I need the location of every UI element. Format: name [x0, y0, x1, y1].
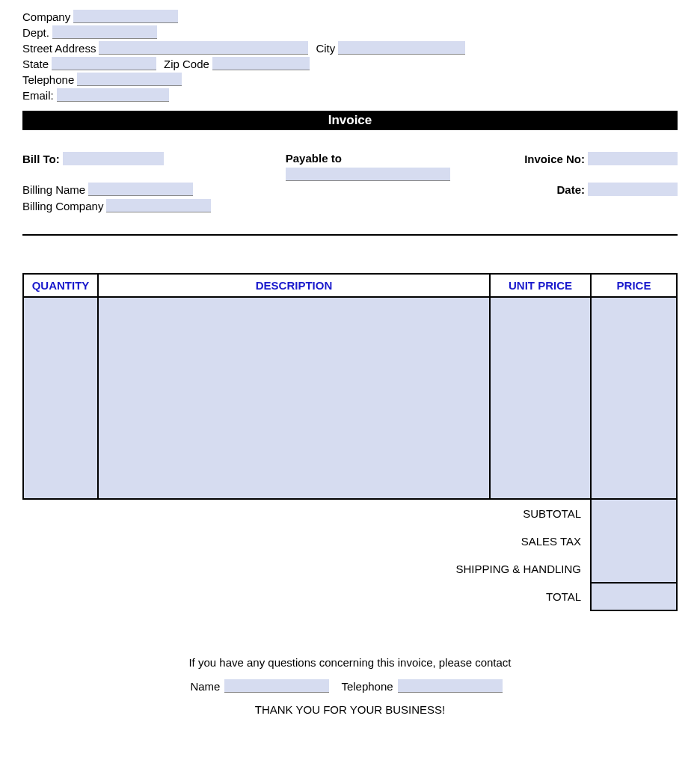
bill-to-field[interactable] — [63, 152, 164, 165]
cell-quantity[interactable] — [23, 297, 98, 499]
shipping-value[interactable] — [591, 555, 677, 583]
payable-to-field[interactable] — [286, 168, 450, 181]
telephone-field[interactable] — [77, 73, 182, 86]
cell-price[interactable] — [591, 297, 677, 499]
sales-tax-label: SALES TAX — [446, 527, 591, 555]
table-row — [23, 297, 677, 499]
company-field[interactable] — [73, 10, 178, 23]
footer-name-label: Name — [190, 680, 220, 693]
billing-name-field[interactable] — [88, 183, 193, 196]
subtotal-label: SUBTOTAL — [446, 500, 591, 527]
totals-table: SUBTOTAL SALES TAX SHIPPING & HANDLING T… — [446, 500, 678, 611]
questions-text: If you have any questions concerning thi… — [22, 656, 678, 669]
dept-field[interactable] — [52, 25, 157, 39]
invoice-title: Invoice — [22, 111, 678, 130]
separator — [22, 234, 678, 236]
shipping-label: SHIPPING & HANDLING — [446, 555, 591, 583]
footer-telephone-label: Telephone — [341, 680, 393, 693]
subtotal-value[interactable] — [591, 500, 677, 527]
billing-company-field[interactable] — [106, 199, 211, 212]
header-unit-price: UNIT PRICE — [490, 274, 591, 297]
zip-label: Zip Code — [164, 58, 209, 70]
city-field[interactable] — [338, 41, 465, 55]
invoice-no-label: Invoice No: — [524, 153, 585, 165]
total-label: TOTAL — [446, 583, 591, 610]
header-quantity: QUANTITY — [23, 274, 98, 297]
items-table: QUANTITY DESCRIPTION UNIT PRICE PRICE — [22, 273, 678, 500]
telephone-label: Telephone — [22, 73, 74, 86]
city-label: City — [316, 42, 335, 55]
total-value[interactable] — [591, 583, 677, 610]
date-field[interactable] — [588, 183, 678, 196]
state-label: State — [22, 58, 49, 70]
header-block: Company Dept. Street Address City State … — [22, 10, 678, 102]
footer: If you have any questions concerning thi… — [22, 656, 678, 716]
bill-to-label: Bill To: — [22, 153, 60, 165]
company-label: Company — [22, 10, 70, 23]
header-price: PRICE — [591, 274, 677, 297]
sales-tax-value[interactable] — [591, 527, 677, 555]
header-description: DESCRIPTION — [98, 274, 490, 297]
street-label: Street Address — [22, 42, 96, 55]
cell-unit-price[interactable] — [490, 297, 591, 499]
email-label: Email: — [22, 89, 54, 102]
cell-description[interactable] — [98, 297, 490, 499]
invoice-no-field[interactable] — [588, 152, 678, 165]
zip-field[interactable] — [212, 57, 310, 70]
date-label: Date: — [556, 183, 585, 196]
billing-company-label: Billing Company — [22, 200, 103, 212]
state-field[interactable] — [52, 57, 156, 70]
dept-label: Dept. — [22, 26, 49, 39]
billing-section: Bill To: Billing Name Billing Company Pa… — [22, 149, 678, 215]
footer-telephone-field[interactable] — [398, 679, 503, 693]
billing-name-label: Billing Name — [22, 183, 85, 196]
thanks-text: THANK YOU FOR YOUR BUSINESS! — [22, 703, 678, 716]
email-field[interactable] — [57, 88, 169, 102]
payable-to-label: Payable to — [286, 152, 342, 165]
footer-name-field[interactable] — [224, 679, 329, 693]
street-field[interactable] — [99, 41, 308, 55]
